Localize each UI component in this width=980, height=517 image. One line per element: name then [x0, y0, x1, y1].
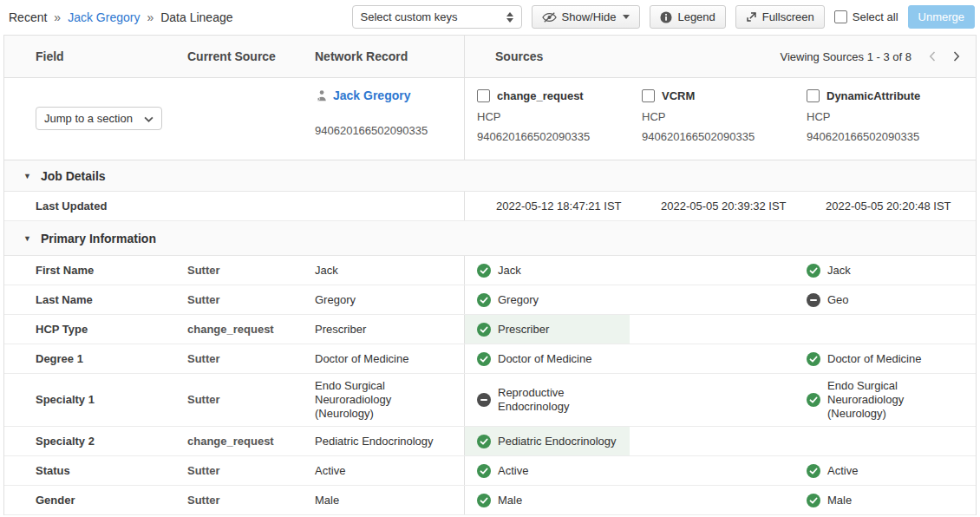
source-value-cell: Jack	[464, 256, 630, 285]
section-title: Primary Information	[41, 232, 156, 245]
table-row-gender: Gender Sutter Male Male Male	[4, 486, 976, 515]
field-label: Status	[4, 459, 156, 483]
current-source-value	[156, 201, 304, 212]
source-column-vcrm: VCRM HCP 940620166502090335	[630, 78, 794, 160]
next-page-icon[interactable]	[953, 51, 960, 62]
current-source-value: Sutter	[156, 258, 304, 283]
source-value-cell	[630, 427, 794, 455]
fullscreen-expand-icon	[746, 11, 757, 23]
entity-name-link[interactable]: Jack Gregory	[333, 88, 411, 102]
source-value-cell	[630, 285, 794, 314]
check-circle-icon	[477, 435, 491, 448]
source-timestamp: 2022-05-05 20:39:32 IST	[630, 192, 794, 220]
jump-to-section-select[interactable]: Jump to a section	[36, 107, 162, 130]
source-entity-id: 940620166502090335	[807, 130, 976, 143]
network-record-value: Doctor of Medicine	[304, 347, 464, 371]
check-circle-icon	[807, 464, 820, 478]
check-circle-icon	[477, 264, 491, 278]
source-timestamp: 2022-05-05 20:20:48 IST	[794, 192, 976, 220]
source-checkbox[interactable]	[807, 89, 820, 102]
source-value-cell	[630, 315, 794, 344]
table-row-first-name: First Name Sutter Jack Jack Jack	[4, 256, 976, 285]
fullscreen-button[interactable]: Fullscreen	[735, 5, 825, 29]
section-header-job-details[interactable]: ▼ Job Details	[4, 160, 976, 192]
source-column-change-request: change_request HCP 940620166502090335	[464, 78, 630, 160]
collapse-caret-icon: ▼	[23, 172, 31, 180]
show-hide-button[interactable]: Show/Hide	[532, 5, 641, 29]
source-value-cell: Jack	[794, 256, 976, 285]
legend-button[interactable]: Legend	[650, 5, 725, 29]
network-record-value: Male	[304, 488, 464, 513]
check-circle-icon	[477, 323, 491, 337]
section-title: Job Details	[41, 169, 106, 183]
current-source-value: Sutter	[156, 347, 304, 371]
source-value-cell: Endo Surgical Neuroradiology (Neurology)	[794, 374, 976, 426]
field-label: First Name	[4, 258, 156, 283]
table-row-status: Status Sutter Active Active Active	[4, 456, 976, 486]
check-circle-icon	[807, 494, 820, 507]
field-label: Specialty 1	[4, 388, 156, 412]
network-record-value: Pediatric Endocrinology	[304, 429, 464, 454]
minus-circle-icon	[477, 393, 491, 407]
check-circle-icon	[807, 393, 820, 407]
network-record-value: Gregory	[304, 288, 464, 312]
source-checkbox[interactable]	[477, 89, 490, 102]
source-entity-id: 940620166502090335	[642, 130, 794, 143]
breadcrumb-separator: »	[54, 10, 61, 24]
check-circle-icon	[807, 264, 820, 278]
jump-cell: Jump to a section	[4, 78, 156, 160]
table-row-last-updated: Last Updated 2022-05-12 18:47:21 IST 202…	[4, 192, 976, 221]
header-field: Field	[4, 49, 156, 63]
collapse-caret-icon: ▼	[23, 234, 31, 243]
current-source-value: Sutter	[156, 288, 304, 312]
source-value-cell: Male	[464, 486, 630, 514]
table-row-hcp-type: HCP Type change_request Prescriber Presc…	[4, 315, 976, 344]
top-bar: Recent » Jack Gregory » Data Lineage Sel…	[0, 0, 980, 33]
select-all-checkbox[interactable]	[834, 10, 847, 23]
current-source-value: Sutter	[156, 388, 304, 412]
source-checkbox[interactable]	[642, 89, 655, 102]
source-column-dynamicattribute: DynamicAttribute HCP 940620166502090335	[794, 78, 976, 160]
data-lineage-table: Field Current Source Network Record Sour…	[3, 35, 977, 515]
fullscreen-label: Fullscreen	[762, 10, 814, 23]
select-all-label: Select all	[853, 10, 898, 23]
source-name: DynamicAttribute	[826, 89, 920, 102]
table-row-degree-1: Degree 1 Sutter Doctor of Medicine Docto…	[4, 344, 976, 374]
select-all-control: Select all	[834, 10, 898, 23]
breadcrumb-item-entity[interactable]: Jack Gregory	[68, 10, 140, 24]
source-value-cell-highlighted: Pediatric Endocrinology	[464, 427, 630, 455]
check-circle-icon	[477, 464, 491, 478]
source-value-cell: Doctor of Medicine	[464, 344, 630, 373]
source-value-cell: Active	[794, 456, 976, 485]
source-value-cell: Active	[464, 456, 630, 485]
header-network-record: Network Record	[304, 49, 464, 63]
section-header-primary-information[interactable]: ▼ Primary Information	[4, 221, 976, 256]
check-circle-icon	[477, 293, 491, 307]
source-value-cell	[630, 456, 794, 485]
custom-keys-select-value: Select custom keys	[361, 10, 458, 23]
network-record-value	[304, 201, 464, 212]
current-source-value: change_request	[156, 317, 304, 342]
custom-keys-select[interactable]: Select custom keys	[352, 5, 522, 29]
select-arrows-icon	[506, 12, 513, 23]
sources-paging: Viewing Sources 1 - 3 of 8	[780, 50, 960, 63]
show-hide-label: Show/Hide	[562, 10, 617, 23]
table-header-row: Field Current Source Network Record Sour…	[4, 36, 976, 78]
chevron-down-icon	[623, 15, 630, 19]
current-source-value: Sutter	[156, 459, 304, 483]
unmerge-button[interactable]: Unmerge	[908, 5, 975, 29]
check-circle-icon	[807, 352, 820, 366]
source-value-cell	[630, 374, 794, 426]
table-row-last-name: Last Name Sutter Gregory Gregory Geo	[4, 285, 976, 315]
prev-page-icon[interactable]	[929, 51, 936, 62]
field-label: Gender	[4, 488, 156, 513]
source-value-cell	[630, 344, 794, 373]
legend-label: Legend	[677, 10, 715, 23]
header-sources: Sources Viewing Sources 1 - 3 of 8	[464, 36, 976, 77]
info-circle-icon	[660, 11, 672, 23]
chevron-down-icon	[144, 112, 154, 125]
check-circle-icon	[477, 352, 491, 366]
entity-id: 940620166502090335	[315, 124, 464, 137]
source-value-cell-highlighted: Prescriber	[464, 315, 630, 344]
current-source-value: change_request	[156, 429, 304, 454]
